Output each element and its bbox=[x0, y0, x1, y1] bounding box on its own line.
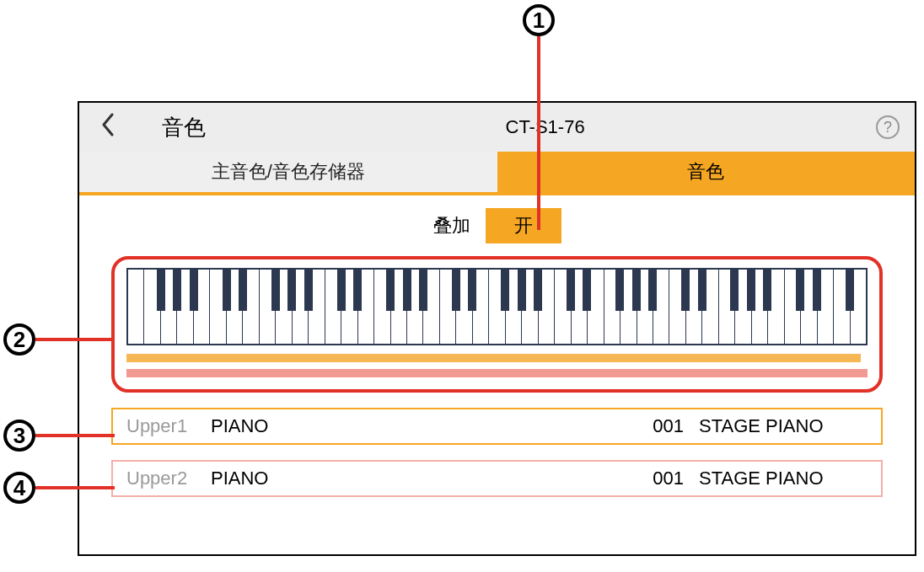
callout-2: 2 bbox=[3, 323, 35, 355]
app-window: 音色 CT-S1-76 ? 主音色/音色存储器 音色 叠加 开 Upper1 P… bbox=[78, 101, 916, 556]
layer-toggle[interactable]: 开 bbox=[486, 208, 561, 243]
layer-row: 叠加 开 bbox=[79, 195, 915, 256]
upper1-range-bar bbox=[126, 354, 861, 362]
layer-range-bars bbox=[126, 354, 868, 377]
tone-name: STAGE PIANO bbox=[699, 415, 868, 437]
tone-row-upper1[interactable]: Upper1 PIANO 001 STAGE PIANO bbox=[111, 408, 883, 445]
tone-rows: Upper1 PIANO 001 STAGE PIANO Upper2 PIAN… bbox=[111, 408, 883, 497]
tone-row-upper2[interactable]: Upper2 PIANO 001 STAGE PIANO bbox=[111, 460, 883, 497]
tone-number: 001 bbox=[621, 415, 684, 437]
help-icon: ? bbox=[884, 119, 892, 136]
part-label: Upper1 bbox=[126, 415, 211, 437]
chevron-left-icon bbox=[100, 113, 116, 136]
callout-line-1 bbox=[537, 36, 540, 230]
tab-tone[interactable]: 音色 bbox=[497, 152, 916, 192]
part-label: Upper2 bbox=[126, 468, 211, 489]
header-bar: 音色 CT-S1-76 ? bbox=[79, 103, 915, 152]
model-label: CT-S1-76 bbox=[506, 116, 585, 138]
tone-name: STAGE PIANO bbox=[699, 468, 868, 489]
tab-bar: 主音色/音色存储器 音色 bbox=[79, 152, 915, 195]
callout-line-3 bbox=[35, 434, 115, 437]
tone-number: 001 bbox=[621, 468, 684, 489]
callout-1: 1 bbox=[523, 4, 555, 36]
page-title: 音色 bbox=[162, 113, 206, 142]
back-button[interactable] bbox=[88, 113, 128, 142]
callout-line-4 bbox=[35, 486, 115, 489]
tone-category: PIANO bbox=[211, 415, 621, 437]
layer-label: 叠加 bbox=[433, 213, 470, 238]
help-button[interactable]: ? bbox=[876, 115, 900, 139]
callout-4: 4 bbox=[3, 472, 35, 504]
tab-main-tone[interactable]: 主音色/音色存储器 bbox=[79, 152, 497, 192]
keyboard-diagram bbox=[126, 268, 868, 345]
callout-3: 3 bbox=[3, 420, 35, 452]
upper2-range-bar bbox=[126, 369, 868, 377]
keyboard-section bbox=[111, 256, 883, 393]
tone-category: PIANO bbox=[211, 468, 621, 489]
callout-line-2 bbox=[35, 338, 115, 341]
